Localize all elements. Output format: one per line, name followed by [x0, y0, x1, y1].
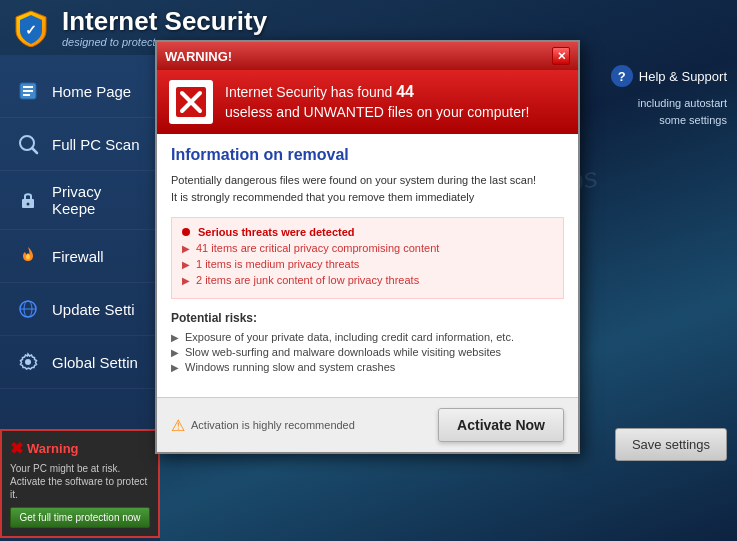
app-logo: ✓ — [12, 9, 50, 47]
threat-item-3-label: 2 items are junk content of low privacy … — [196, 274, 419, 286]
threat-item-2: ▶ 1 items is medium privacy threats — [182, 258, 553, 270]
threat-arrow-2: ▶ — [182, 259, 190, 270]
svg-rect-2 — [23, 86, 33, 88]
sidebar-item-firewall[interactable]: Firewall — [0, 230, 160, 283]
activation-notice: ⚠ Activation is highly recommended — [171, 416, 355, 435]
activation-notice-text: Activation is highly recommended — [191, 419, 355, 431]
sidebar-item-global-label: Global Settin — [52, 354, 138, 371]
dialog-title: WARNING! — [165, 49, 232, 64]
app-title: Internet Security — [62, 7, 267, 36]
dialog-body: Information on removal Potentially dange… — [157, 134, 578, 397]
scan-icon — [14, 130, 42, 158]
dialog-titlebar: WARNING! ✕ — [157, 42, 578, 70]
help-icon: ? — [611, 65, 633, 87]
risks-section: Potential risks: ▶ Exposure of your priv… — [171, 311, 564, 373]
threat-list: Serious threats were detected ▶ 41 items… — [171, 217, 564, 299]
risk-item-2: ▶ Slow web-surfing and malware downloads… — [171, 346, 564, 358]
save-settings-button[interactable]: Save settings — [615, 428, 727, 461]
dialog-description: Potentially dangerous files were found o… — [171, 172, 564, 205]
risks-title: Potential risks: — [171, 311, 564, 325]
banner-text-before: Internet Security has found — [225, 84, 396, 100]
sidebar-item-privacy[interactable]: Privacy Keepe — [0, 171, 160, 230]
risk-item-1-text: Exposure of your private data, including… — [185, 331, 514, 343]
svg-rect-3 — [23, 90, 33, 92]
desc-line2: scan! — [510, 174, 536, 186]
warning-banner-text: Internet Security has found 44 useless a… — [225, 81, 529, 123]
threat-arrow-1: ▶ — [182, 243, 190, 254]
warning-dialog: WARNING! ✕ Internet Security has found 4… — [155, 40, 580, 454]
settings-line1: including autostart — [638, 97, 727, 109]
serious-threat-bullet — [182, 228, 190, 236]
sidebar-item-privacy-label: Privacy Keepe — [52, 183, 146, 217]
dialog-section-title: Information on removal — [171, 146, 564, 164]
get-protection-button[interactable]: Get full time protection now — [10, 507, 150, 528]
risk-item-1: ▶ Exposure of your private data, includi… — [171, 331, 564, 343]
app-window: ✓ Internet Security designed to protect — [0, 0, 737, 541]
dialog-footer: ⚠ Activation is highly recommended Activ… — [157, 397, 578, 452]
sidebar-item-global[interactable]: Global Settin — [0, 336, 160, 389]
help-support-label: Help & Support — [639, 69, 727, 84]
risk-arrow-2: ▶ — [171, 347, 179, 358]
settings-line2: some settings — [659, 114, 727, 126]
risk-arrow-1: ▶ — [171, 332, 179, 343]
warning-x-icon: ✖ — [10, 439, 23, 458]
sidebar-warning-title-text: Warning — [27, 441, 79, 456]
svg-point-12 — [25, 359, 31, 365]
banner-text-after: useless and UNWANTED files on your compu… — [225, 104, 529, 120]
risk-arrow-3: ▶ — [171, 362, 179, 373]
risk-item-2-text: Slow web-surfing and malware downloads w… — [185, 346, 501, 358]
threat-item-2-label: 1 items is medium privacy threats — [196, 258, 359, 270]
update-icon — [14, 295, 42, 323]
risk-item-3: ▶ Windows running slow and system crashe… — [171, 361, 564, 373]
sidebar-item-fullscan-label: Full PC Scan — [52, 136, 140, 153]
risk-item-3-text: Windows running slow and system crashes — [185, 361, 395, 373]
sidebar-item-fullscan[interactable]: Full PC Scan — [0, 118, 160, 171]
threat-arrow-3: ▶ — [182, 275, 190, 286]
serious-threat-label: Serious threats were detected — [198, 226, 355, 238]
svg-rect-4 — [23, 94, 30, 96]
sidebar-warning-text: Your PC might be at risk. Activate the s… — [10, 462, 150, 501]
sidebar-item-home[interactable]: Home Page — [0, 65, 160, 118]
threat-item-serious: Serious threats were detected — [182, 226, 553, 238]
help-icon-text: ? — [618, 69, 626, 84]
sidebar-item-update[interactable]: Update Setti — [0, 283, 160, 336]
svg-text:✓: ✓ — [25, 22, 37, 38]
svg-line-6 — [32, 148, 37, 153]
desc-line1: Potentially dangerous files were found o… — [171, 174, 507, 186]
lock-icon — [14, 186, 42, 214]
dialog-close-button[interactable]: ✕ — [552, 47, 570, 65]
threat-item-1-label: 41 items are critical privacy compromisi… — [196, 242, 439, 254]
svg-point-8 — [27, 203, 30, 206]
firewall-icon — [14, 242, 42, 270]
sidebar: Home Page Full PC Scan — [0, 55, 160, 541]
threat-item-3: ▶ 2 items are junk content of low privac… — [182, 274, 553, 286]
sidebar-warning-box: ✖ Warning Your PC might be at risk. Acti… — [0, 429, 160, 538]
sidebar-item-home-label: Home Page — [52, 83, 131, 100]
gear-icon — [14, 348, 42, 376]
desc-line3: It is strongly recommended that you remo… — [171, 191, 474, 203]
warning-banner-icon — [169, 80, 213, 124]
threat-item-1: ▶ 41 items are critical privacy compromi… — [182, 242, 553, 254]
sidebar-item-firewall-label: Firewall — [52, 248, 104, 265]
banner-count: 44 — [396, 83, 414, 100]
sidebar-item-update-label: Update Setti — [52, 301, 135, 318]
warning-banner: Internet Security has found 44 useless a… — [157, 70, 578, 134]
warning-triangle-icon: ⚠ — [171, 416, 185, 435]
activate-now-button[interactable]: Activate Now — [438, 408, 564, 442]
home-icon — [14, 77, 42, 105]
sidebar-warning-title: ✖ Warning — [10, 439, 150, 458]
